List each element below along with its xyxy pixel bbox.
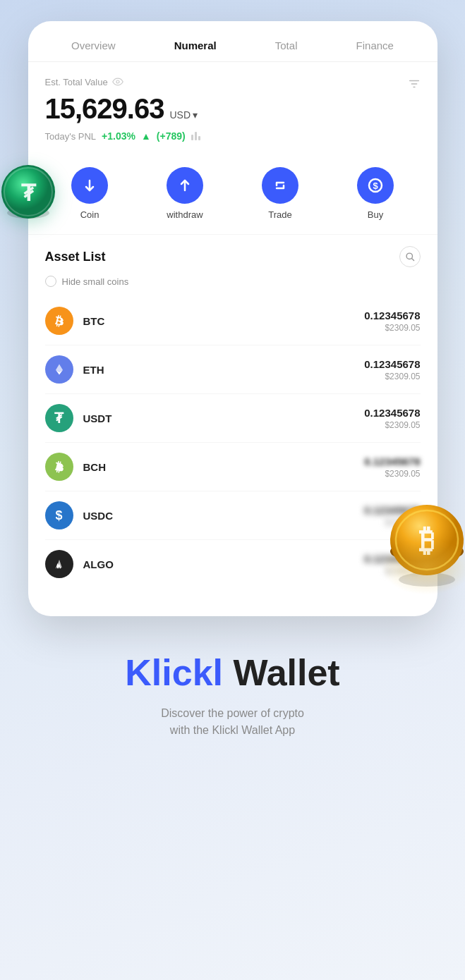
bch-icon	[45, 453, 73, 481]
header-section: Est. Total Value 15,629.63 USD ▾ Today's…	[28, 62, 437, 153]
svg-point-5	[116, 80, 119, 83]
amount: 15,629.63	[45, 93, 164, 125]
eth-amount: 0.12345678	[364, 358, 420, 370]
trade-icon-circle	[262, 167, 298, 204]
hide-small-toggle[interactable]: Hide small coins	[45, 276, 421, 287]
filter-icon[interactable]	[408, 78, 421, 94]
eth-name: ETH	[83, 364, 365, 376]
bch-usd: $2309.05	[364, 469, 420, 479]
algo-icon	[45, 550, 73, 578]
trade-label: Trade	[268, 209, 291, 220]
svg-point-8	[406, 253, 412, 259]
btc-values: 0.12345678 $2309.05	[364, 310, 420, 333]
usdt-floating-coin: ₮	[0, 162, 60, 226]
withdraw-button[interactable]: withdraw	[167, 167, 203, 220]
action-row: Coin withdraw Trade $ Buy	[28, 153, 437, 234]
coin-icon-circle	[71, 167, 108, 204]
bch-name: BCH	[83, 461, 365, 473]
est-label: Est. Total Value	[45, 76, 421, 87]
asset-row-btc[interactable]: BTC 0.12345678 $2309.05	[45, 297, 421, 345]
tab-overview[interactable]: Overview	[66, 37, 121, 54]
chart-bars-icon	[191, 132, 200, 140]
trade-button[interactable]: Trade	[262, 167, 298, 220]
usdt-values: 0.12345678 $2309.05	[364, 407, 420, 430]
brand-wallet: Wallet	[223, 652, 340, 693]
coin-label: Coin	[80, 209, 99, 220]
hide-small-label: Hide small coins	[62, 276, 129, 287]
algo-name: ALGO	[83, 558, 365, 570]
pnl-percent: +1.03%	[102, 130, 135, 142]
buy-icon-circle: $	[357, 167, 394, 204]
pnl-change: (+789)	[157, 130, 186, 142]
asset-row-bch[interactable]: BCH 0.12345678 $2309.05	[45, 443, 421, 491]
tab-numeral[interactable]: Numeral	[169, 37, 222, 54]
currency-badge[interactable]: USD ▾	[169, 109, 198, 121]
buy-button[interactable]: $ Buy	[357, 167, 394, 220]
usdt-name: USDT	[83, 412, 365, 424]
svg-text:₮: ₮	[21, 180, 37, 206]
brand-title: Klickl Wallet	[14, 651, 451, 694]
eth-values: 0.12345678 $2309.05	[364, 358, 420, 381]
usdt-amount: 0.12345678	[364, 407, 420, 419]
bch-amount: 0.12345678	[364, 455, 420, 467]
buy-label: Buy	[368, 209, 383, 220]
phone-card: ₮ Overview Numeral Total Finance Est. To…	[28, 21, 437, 616]
asset-row-algo[interactable]: ALGO 0.12345678 $2309.05	[45, 540, 421, 588]
brand-klickl: Klickl	[125, 652, 223, 693]
asset-row-usdt[interactable]: ₮ USDT 0.12345678 $2309.05	[45, 394, 421, 443]
branding-section: Klickl Wallet Discover the power of cryp…	[0, 616, 465, 767]
btc-name: BTC	[83, 315, 365, 327]
btc-icon	[45, 307, 73, 335]
btc-usd: $2309.05	[364, 323, 420, 333]
usdt-icon: ₮	[45, 404, 73, 432]
asset-search-button[interactable]	[399, 246, 421, 267]
usdc-name: USDC	[83, 510, 365, 522]
eth-icon	[45, 355, 73, 384]
tab-bar: Overview Numeral Total Finance	[28, 21, 437, 62]
hide-small-radio	[45, 276, 56, 287]
btc-floating-coin: ₿	[381, 503, 466, 595]
btc-amount: 0.12345678	[364, 310, 420, 321]
eye-icon[interactable]	[112, 76, 123, 87]
svg-text:$: $	[373, 180, 378, 191]
tab-finance[interactable]: Finance	[351, 37, 399, 54]
asset-list-title: Asset List	[45, 250, 106, 264]
asset-header: Asset List	[45, 235, 421, 276]
pnl-arrow: ▲	[141, 130, 151, 142]
asset-section: Asset List Hide small coins BTC 0.123456…	[28, 234, 437, 588]
asset-row-eth[interactable]: ETH 0.12345678 $2309.05	[45, 345, 421, 394]
usdc-icon: $	[45, 501, 73, 529]
pnl-row: Today's PNL +1.03% ▲ (+789)	[45, 130, 421, 142]
brand-subtitle: Discover the power of crypto with the Kl…	[14, 705, 451, 739]
withdraw-label: withdraw	[167, 209, 203, 220]
usdt-usd: $2309.05	[364, 420, 420, 430]
eth-usd: $2309.05	[364, 372, 420, 381]
bch-values: 0.12345678 $2309.05	[364, 455, 420, 479]
tab-total[interactable]: Total	[270, 37, 303, 54]
total-value: 15,629.63 USD ▾	[45, 93, 421, 125]
asset-row-usdc[interactable]: $ USDC 0.12345678 $2309.05	[45, 491, 421, 540]
coin-button[interactable]: Coin	[71, 167, 108, 220]
withdraw-icon-circle	[167, 167, 203, 204]
